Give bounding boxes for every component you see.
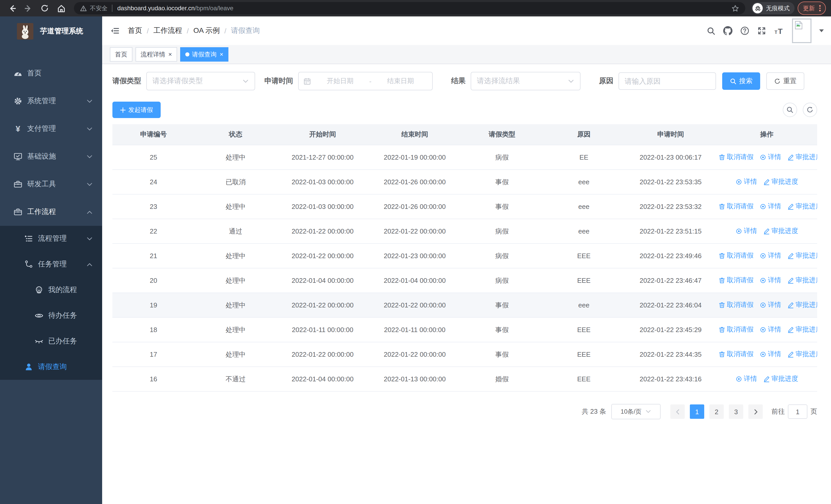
- sidebar-item-system[interactable]: 系统管理: [0, 87, 102, 115]
- tab-process-detail[interactable]: 流程详情 ×: [136, 47, 177, 62]
- action-cancel-link[interactable]: 取消请假: [719, 202, 753, 211]
- action-progress-link[interactable]: 审批进度: [763, 375, 798, 384]
- address-bar[interactable]: 不安全 dashboard.yudao.iocoder.cn/bpm/oa/le…: [74, 2, 746, 14]
- action-progress-link[interactable]: 审批进度: [787, 350, 817, 359]
- cell-reason: eee: [543, 219, 625, 243]
- action-detail-link[interactable]: 详情: [760, 325, 781, 334]
- action-cancel-link[interactable]: 取消请假: [719, 300, 753, 310]
- cell-leave-type: 事假: [461, 293, 543, 318]
- action-detail-link[interactable]: 详情: [760, 350, 781, 359]
- reason-input[interactable]: [619, 72, 716, 90]
- breadcrumb-item[interactable]: 首页: [128, 26, 142, 35]
- sidebar-item-dev-tools[interactable]: 研发工具: [0, 170, 102, 198]
- tab-home[interactable]: 首页: [110, 47, 133, 62]
- browser-update-button[interactable]: 更新: [798, 2, 826, 15]
- goto-page-input[interactable]: [788, 405, 807, 419]
- sidebar-item-done-tasks[interactable]: 已办任务: [0, 328, 102, 354]
- cell-reason: EEE: [543, 318, 625, 342]
- result-select[interactable]: 请选择流结果: [471, 72, 580, 90]
- search-icon[interactable]: [707, 26, 716, 35]
- page-button-3[interactable]: 3: [729, 405, 743, 419]
- bookmark-star-icon[interactable]: [732, 4, 739, 12]
- sidebar-item-task-management[interactable]: 任务管理: [0, 251, 102, 277]
- breadcrumb-item[interactable]: 工作流程: [153, 26, 182, 35]
- github-icon[interactable]: [723, 26, 733, 35]
- sidebar-item-payment[interactable]: 支付管理: [0, 115, 102, 143]
- font-size-icon[interactable]: [774, 26, 784, 35]
- eye-closed-icon: [34, 337, 44, 346]
- sidebar-item-workflow[interactable]: 工作流程: [0, 198, 102, 226]
- action-detail-link[interactable]: 详情: [760, 276, 781, 285]
- browser-back-button[interactable]: [5, 2, 19, 15]
- apply-time-range-picker[interactable]: 开始日期 - 结束日期: [298, 72, 433, 90]
- sidebar-item-leave-query[interactable]: 请假查询: [0, 354, 102, 380]
- cell-end-time: 2022-01-13 00:00:00: [369, 367, 461, 391]
- cell-id: 21: [112, 243, 195, 268]
- reset-button[interactable]: 重置: [766, 72, 804, 90]
- edit-icon: [763, 376, 770, 382]
- prev-page-button[interactable]: [670, 405, 685, 419]
- action-progress-link[interactable]: 审批进度: [763, 227, 798, 236]
- search-button[interactable]: 搜索: [722, 72, 760, 90]
- avatar-caret-icon[interactable]: [819, 29, 824, 32]
- action-detail-link[interactable]: 详情: [760, 251, 781, 261]
- sidebar-item-my-process[interactable]: 我的流程: [0, 277, 102, 303]
- next-page-button[interactable]: [748, 405, 763, 419]
- action-detail-link[interactable]: 详情: [760, 202, 781, 211]
- page-button-2[interactable]: 2: [709, 405, 724, 419]
- page-url: dashboard.yudao.iocoder.cn/bpm/oa/leave: [117, 5, 233, 12]
- close-icon[interactable]: ×: [220, 51, 223, 58]
- action-progress-link[interactable]: 审批进度: [787, 276, 817, 285]
- pagination: 共 23 条 10条/页 123 前往 页: [112, 404, 817, 419]
- tab-leave-query[interactable]: 请假查询 ×: [180, 47, 228, 62]
- edit-icon: [763, 179, 770, 185]
- browser-forward-button[interactable]: [22, 2, 35, 15]
- table-toolbar: 发起请假: [112, 101, 817, 118]
- action-cancel-link[interactable]: 取消请假: [719, 325, 753, 334]
- action-detail-link[interactable]: 详情: [736, 227, 757, 236]
- page-size-select[interactable]: 10条/页: [611, 404, 661, 419]
- breadcrumb-item: 请假查询: [231, 26, 260, 35]
- trash-icon: [719, 302, 725, 308]
- sidebar-item-process-management[interactable]: 流程管理: [0, 226, 102, 251]
- browser-home-button[interactable]: [54, 2, 68, 15]
- cell-end-time: 2022-01-22 00:00:00: [369, 293, 461, 318]
- browser-menu-icon[interactable]: [820, 5, 821, 11]
- sidebar-item-todo-tasks[interactable]: 待办任务: [0, 303, 102, 328]
- refresh-table-button[interactable]: [803, 102, 817, 117]
- avatar[interactable]: [792, 19, 811, 43]
- action-progress-link[interactable]: 审批进度: [787, 300, 817, 310]
- action-detail-link[interactable]: 详情: [736, 177, 757, 186]
- breadcrumb-item[interactable]: OA 示例: [194, 26, 220, 35]
- app-logo[interactable]: 芋道管理系统: [0, 17, 102, 46]
- sidebar-item-home[interactable]: 首页: [0, 60, 102, 87]
- action-cancel-link[interactable]: 取消请假: [719, 276, 753, 285]
- cell-id: 23: [112, 194, 195, 219]
- action-cancel-link[interactable]: 取消请假: [719, 153, 753, 162]
- action-cancel-link[interactable]: 取消请假: [719, 251, 753, 261]
- action-progress-link[interactable]: 审批进度: [787, 153, 817, 162]
- action-detail-link[interactable]: 详情: [736, 375, 757, 384]
- view-icon: [736, 376, 742, 382]
- action-progress-link[interactable]: 审批进度: [787, 325, 817, 334]
- sidebar-item-infrastructure[interactable]: 基础设施: [0, 143, 102, 170]
- show-search-button[interactable]: [783, 102, 797, 117]
- action-cancel-link[interactable]: 取消请假: [719, 350, 753, 359]
- chevron-left-icon: [674, 408, 681, 415]
- fullscreen-icon[interactable]: [757, 26, 766, 35]
- action-detail-link[interactable]: 详情: [760, 300, 781, 310]
- sidebar-fold-icon[interactable]: [110, 26, 120, 35]
- help-icon[interactable]: [740, 26, 749, 35]
- branch-icon: [24, 260, 33, 269]
- action-detail-link[interactable]: 详情: [760, 153, 781, 162]
- action-progress-link[interactable]: 审批进度: [787, 251, 817, 261]
- action-progress-link[interactable]: 审批进度: [787, 202, 817, 211]
- leave-type-select[interactable]: 请选择请假类型: [146, 72, 255, 90]
- end-date-placeholder: 结束日期: [373, 77, 428, 86]
- create-leave-button[interactable]: 发起请假: [112, 101, 161, 118]
- close-icon[interactable]: ×: [168, 51, 172, 58]
- page-button-1[interactable]: 1: [690, 405, 704, 419]
- browser-reload-button[interactable]: [38, 2, 51, 15]
- action-progress-link[interactable]: 审批进度: [763, 177, 798, 186]
- broken-image-icon: [794, 21, 803, 30]
